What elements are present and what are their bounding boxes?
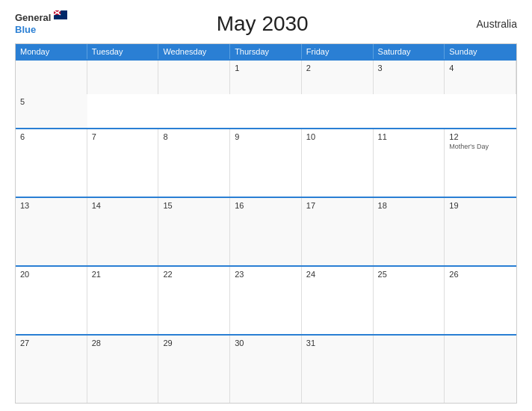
logo-flag-icon [54,10,67,19]
day-cell-20: 20 [16,267,87,334]
day-cell-26: 26 [445,267,516,334]
week-row-2: 6 7 8 9 10 11 12 Mother's Day [16,128,516,197]
day-cell-6: 6 [16,129,87,197]
page: General Blue May 2030 Australia Monday T… [0,0,532,411]
day-cell-19: 19 [445,198,516,265]
day-cell-11: 11 [374,129,445,197]
day-cell-30: 30 [230,336,302,403]
day-cell-1: 1 [230,61,302,94]
day-cell-17: 17 [302,198,374,265]
day-cell-empty [445,336,516,403]
day-cell-8: 8 [158,129,230,197]
day-cell-5: 5 [16,94,87,128]
day-cell-13: 13 [16,198,87,265]
logo-general-text: General [15,13,51,23]
day-cell-9: 9 [230,129,302,197]
day-cell-24: 24 [302,267,374,334]
day-cell-7: 7 [87,129,159,197]
day-cell-12: 12 Mother's Day [445,129,516,197]
day-cell-10: 10 [302,129,374,197]
header-friday: Friday [302,44,374,59]
day-cell-empty [374,336,445,403]
week-row-5: 27 28 29 30 31 [16,334,516,403]
day-cell-empty [158,61,230,94]
header-tuesday: Tuesday [87,44,159,59]
day-cell-15: 15 [158,198,230,265]
day-cell-empty [16,61,87,94]
logo: General Blue [15,13,67,35]
day-cell-21: 21 [87,267,159,334]
calendar: Monday Tuesday Wednesday Thursday Friday… [15,43,517,404]
header-saturday: Saturday [374,44,445,59]
header-thursday: Thursday [230,44,302,59]
day-headers-row: Monday Tuesday Wednesday Thursday Friday… [16,44,516,59]
header-sunday: Sunday [445,44,516,59]
day-cell-28: 28 [87,336,159,403]
day-cell-23: 23 [230,267,302,334]
month-title: May 2030 [67,12,457,36]
day-cell-31: 31 [302,336,374,403]
mothers-day-label: Mother's Day [449,143,512,151]
day-cell-2: 2 [302,61,374,94]
day-cell-16: 16 [230,198,302,265]
day-cell-empty [87,61,159,94]
week-row-1: 1 2 3 4 5 [16,59,516,128]
day-cell-18: 18 [374,198,445,265]
header: General Blue May 2030 Australia [15,12,517,36]
week-row-3: 13 14 15 16 17 18 19 [16,197,516,265]
day-cell-14: 14 [87,198,159,265]
day-cell-4: 4 [445,61,516,94]
logo-blue-text: Blue [15,25,67,35]
country-label: Australia [457,18,517,30]
weeks-container: 1 2 3 4 5 6 7 8 9 10 11 12 Mother's Day [16,59,516,403]
header-monday: Monday [16,44,87,59]
day-cell-22: 22 [158,267,230,334]
week-row-4: 20 21 22 23 24 25 26 [16,265,516,334]
header-wednesday: Wednesday [158,44,230,59]
day-cell-29: 29 [158,336,230,403]
day-cell-27: 27 [16,336,87,403]
day-cell-3: 3 [374,61,445,94]
day-cell-25: 25 [374,267,445,334]
